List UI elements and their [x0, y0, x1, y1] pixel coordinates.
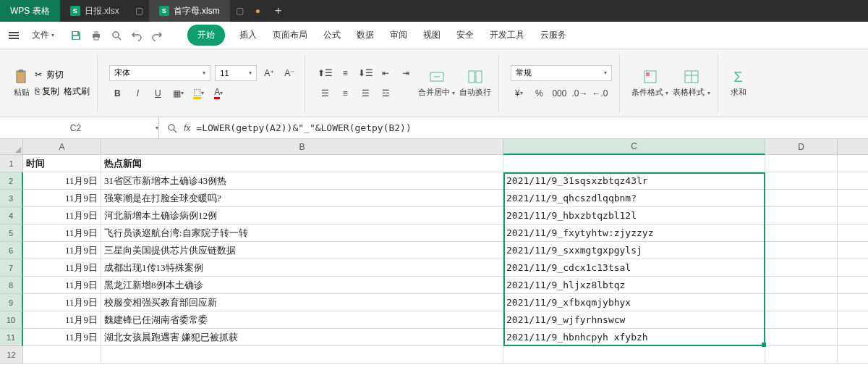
cell[interactable]	[838, 311, 868, 329]
increase-decimal-icon[interactable]: .0→	[571, 85, 587, 101]
cut-button[interactable]: ✂剪切	[35, 69, 90, 81]
cell[interactable]	[838, 259, 868, 277]
cell[interactable]	[765, 294, 838, 311]
column-header[interactable]: E	[838, 139, 868, 155]
cell[interactable]	[765, 242, 838, 259]
copy-button[interactable]: ⎘ 复制	[35, 85, 59, 98]
cell[interactable]: 校服变相强买教育部回应新	[101, 294, 503, 311]
select-all-corner[interactable]	[0, 139, 23, 155]
print-icon[interactable]	[90, 30, 102, 41]
align-bottom-icon[interactable]: ⬇☰	[357, 65, 373, 81]
column-header[interactable]: D	[765, 139, 838, 155]
cell[interactable]: 湖北女孩晨跑遇害 嫌犯已被抓获	[101, 329, 503, 346]
format-painter-button[interactable]: 格式刷	[64, 85, 90, 98]
cell[interactable]	[765, 346, 838, 364]
row-header[interactable]: 11	[0, 329, 23, 346]
cell[interactable]: 强寒潮是在打脸全球变暖吗?	[101, 190, 503, 207]
namebox-dropdown-icon[interactable]: ▾	[156, 125, 158, 131]
align-right-icon[interactable]: ☰	[357, 85, 373, 101]
cell[interactable]: 2021/11/9_xfbxqmjybhyx	[503, 294, 765, 311]
row-header[interactable]: 2	[0, 172, 23, 190]
cell[interactable]	[838, 329, 868, 346]
percent-icon[interactable]: %	[531, 85, 547, 101]
tab-data[interactable]: 数据	[355, 25, 375, 46]
align-top-icon[interactable]: ⬆☰	[317, 65, 333, 81]
wrap-text-button[interactable]: 自动换行	[459, 68, 491, 98]
tab-home[interactable]: 开始	[187, 25, 225, 46]
cell[interactable]	[503, 155, 765, 172]
merge-center-button[interactable]: 合并居中 ▾	[418, 68, 455, 98]
fill-color-button[interactable]: ⬚▾	[190, 85, 206, 101]
paste-button[interactable]: 粘贴	[13, 68, 30, 98]
cell[interactable]	[838, 242, 868, 259]
column-header[interactable]: A	[23, 139, 101, 155]
tab-cloud[interactable]: 云服务	[539, 25, 568, 46]
cell[interactable]	[765, 207, 838, 225]
cell[interactable]: 2021/11/9_31sqsxzbtqz43lr	[503, 172, 765, 190]
cell[interactable]	[101, 346, 503, 364]
border-button[interactable]: ▦▾	[170, 85, 186, 101]
cell[interactable]: 三星向美国提供芯片供应链数据	[101, 242, 503, 259]
number-format-combo[interactable]: 常规▾	[511, 65, 612, 81]
cell[interactable]: 11月9日	[23, 329, 101, 346]
fx-search-icon[interactable]	[166, 122, 178, 134]
cell[interactable]	[765, 311, 838, 329]
cell[interactable]	[765, 225, 838, 242]
cell[interactable]	[765, 329, 838, 346]
cell[interactable]	[838, 346, 868, 364]
cell[interactable]: 飞行员谈巡航台湾:自家院子转一转	[101, 225, 503, 242]
underline-button[interactable]: U	[150, 85, 166, 101]
cell[interactable]	[23, 346, 101, 364]
conditional-formatting-button[interactable]: 条件格式 ▾	[631, 68, 668, 98]
cell[interactable]	[765, 190, 838, 207]
cell[interactable]: 魏建锋已任湖南省委常委	[101, 311, 503, 329]
cell[interactable]: 2021/11/9_qhcszdlqqbnm?	[503, 190, 765, 207]
bold-button[interactable]: B	[109, 85, 125, 101]
cell[interactable]: 31省区市新增本土确诊43例热	[101, 172, 503, 190]
tab-formula[interactable]: 公式	[322, 25, 342, 46]
currency-icon[interactable]: ¥▾	[511, 85, 527, 101]
cell[interactable]	[765, 172, 838, 190]
tab-window-icon[interactable]: ▢	[129, 0, 149, 22]
file-menu[interactable]: 文件▾	[26, 26, 60, 44]
row-header[interactable]: 7	[0, 259, 23, 277]
name-box[interactable]: C2	[0, 123, 151, 133]
cell[interactable]: 黑龙江新增8例本土确诊	[101, 277, 503, 294]
table-style-button[interactable]: 表格样式 ▾	[673, 68, 710, 98]
increase-font-icon[interactable]: A⁺	[261, 65, 277, 81]
row-header[interactable]: 6	[0, 242, 23, 259]
cell[interactable]: 热点新闻	[101, 155, 503, 172]
font-name-combo[interactable]: 宋体▾	[109, 65, 210, 81]
row-header[interactable]: 8	[0, 277, 23, 294]
comma-icon[interactable]: 000	[551, 85, 567, 101]
cell[interactable]: 11月9日	[23, 311, 101, 329]
decrease-decimal-icon[interactable]: ←.0	[592, 85, 608, 101]
save-icon[interactable]	[70, 30, 82, 41]
cell[interactable]: 2021/11/9_cdcx1c13tsal	[503, 259, 765, 277]
cell[interactable]	[838, 294, 868, 311]
tab-security[interactable]: 安全	[455, 25, 475, 46]
tab-insert[interactable]: 插入	[238, 25, 258, 46]
cell[interactable]: 11月9日	[23, 207, 101, 225]
cell[interactable]: 2021/11/9_wjfyrhnswcw	[503, 311, 765, 329]
cell[interactable]: 2021/11/9_hljxz8lbtqz	[503, 277, 765, 294]
indent-right-icon[interactable]: ⇥	[398, 65, 414, 81]
cell[interactable]	[838, 207, 868, 225]
cell[interactable]	[765, 155, 838, 172]
font-size-combo[interactable]: 11▾	[215, 65, 257, 81]
tab-view[interactable]: 视图	[422, 25, 442, 46]
column-header[interactable]: B	[101, 139, 503, 155]
cell[interactable]: 2021/11/9_fxytyhtw:zjyzzyz	[503, 225, 765, 242]
cell[interactable]: 11月9日	[23, 242, 101, 259]
row-header[interactable]: 10	[0, 311, 23, 329]
sum-button[interactable]: Σ 求和	[730, 68, 747, 98]
new-tab-button[interactable]: +	[266, 0, 290, 22]
cell[interactable]: 11月9日	[23, 172, 101, 190]
cell[interactable]: 2021/11/9_hbnhcpyh xfybzh	[503, 329, 765, 346]
cell[interactable]: 时间	[23, 155, 101, 172]
row-header[interactable]: 12	[0, 346, 23, 364]
decrease-font-icon[interactable]: A⁻	[281, 65, 297, 81]
distribute-icon[interactable]: ☲	[378, 85, 393, 101]
tab-review[interactable]: 审阅	[388, 25, 409, 46]
align-center-icon[interactable]: ≡	[337, 85, 353, 101]
